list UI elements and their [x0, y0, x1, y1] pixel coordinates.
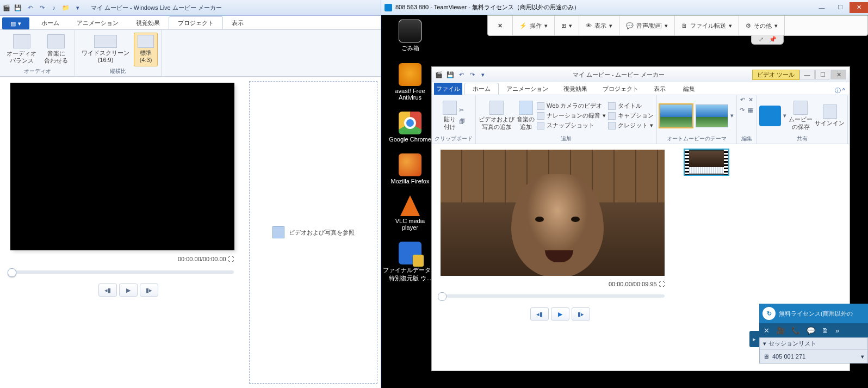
- save-icon[interactable]: 💾: [445, 69, 456, 80]
- toolbar-view[interactable]: 👁表示▾: [579, 16, 619, 35]
- tab-visual-effects[interactable]: 視覚効果: [556, 83, 595, 95]
- minimize-button[interactable]: —: [813, 2, 831, 13]
- preview-video[interactable]: [441, 150, 665, 276]
- minimize-button[interactable]: —: [799, 70, 815, 79]
- onedrive-button[interactable]: [759, 106, 781, 126]
- tab-project[interactable]: プロジェクト: [169, 16, 223, 29]
- add-music-button[interactable]: 音楽の 追加: [517, 101, 535, 130]
- desktop-icon-vlc[interactable]: VLC media player: [395, 195, 425, 231]
- panel-expand-button[interactable]: ▸: [749, 331, 759, 347]
- fit-to-music-button[interactable]: 音楽に 合わせる: [41, 33, 71, 67]
- desktop-icon-chrome[interactable]: Google Chrome: [389, 112, 431, 143]
- chat-icon[interactable]: 💬: [807, 327, 815, 335]
- storyboard-dropzone[interactable]: ビデオおよび写真を参照: [249, 81, 377, 384]
- save-icon[interactable]: 💾: [13, 2, 23, 13]
- music-icon[interactable]: ♪: [48, 2, 59, 13]
- next-frame-button[interactable]: ▮▸: [140, 284, 158, 297]
- toolbar-other[interactable]: ⚙その他▾: [739, 16, 785, 35]
- maximize-button[interactable]: ☐: [831, 2, 850, 13]
- titlebar[interactable]: 🎬 💾 ↶ ↷ ♪ 📁 ▾ マイ ムービー - Windows Live ムービ…: [0, 0, 381, 16]
- toolbar-windows[interactable]: ⊞▾: [555, 16, 579, 35]
- onedrive-icon: [759, 106, 781, 126]
- paste-button[interactable]: 貼り 付け: [443, 101, 457, 130]
- toolbar-audio-video[interactable]: 💬音声/動画▾: [619, 16, 675, 35]
- session-row[interactable]: 🖥405 001 271▾: [760, 350, 867, 363]
- session-list-header[interactable]: ▾セッションリスト: [760, 338, 867, 350]
- redo-icon[interactable]: ↷: [467, 69, 478, 80]
- teamviewer-titlebar[interactable]: 808 563 880 - TeamViewer - 無料ライセンス（商用以外の…: [381, 0, 868, 15]
- tab-animation[interactable]: アニメーション: [499, 83, 556, 95]
- theme-thumb[interactable]: [660, 104, 692, 127]
- inner-seek-slider[interactable]: [441, 294, 665, 298]
- select-all-icon[interactable]: ▦: [748, 107, 753, 114]
- redo-icon[interactable]: ↷: [36, 2, 47, 13]
- preview-video[interactable]: [11, 83, 234, 250]
- snapshot-button[interactable]: スナップショット: [537, 121, 606, 130]
- caption-button[interactable]: キャプション: [608, 112, 654, 120]
- undo-icon[interactable]: ↶: [456, 69, 467, 80]
- toolbar-collapse-tab[interactable]: ⤢📌: [751, 35, 784, 45]
- video-icon[interactable]: 🎥: [776, 327, 785, 335]
- play-button[interactable]: ▶: [119, 284, 138, 297]
- more-icon[interactable]: »: [835, 327, 839, 335]
- prev-frame-button[interactable]: ◂▮: [98, 284, 117, 297]
- cut-icon[interactable]: ✂: [459, 107, 465, 114]
- undo-icon[interactable]: ↶: [24, 2, 35, 13]
- save-movie-button[interactable]: ムービー の保存: [789, 101, 813, 130]
- play-button[interactable]: ▶: [551, 307, 569, 321]
- rotate-right-icon[interactable]: ↷: [740, 107, 745, 114]
- maximize-button[interactable]: ☐: [815, 70, 830, 79]
- add-media-button[interactable]: ビデオおよび 写真の追加: [479, 101, 514, 130]
- panel-header[interactable]: ↻ 無料ライセンス(商用以外の: [759, 304, 868, 323]
- standard-aspect-button[interactable]: 標準 (4:3): [134, 33, 158, 67]
- audio-balance-button[interactable]: オーディオ バランス: [3, 33, 40, 67]
- desktop-icon-trash[interactable]: ごみ箱: [399, 20, 421, 52]
- video-clip[interactable]: [684, 149, 729, 176]
- signin-button[interactable]: サインイン: [815, 104, 845, 127]
- qat-more-icon[interactable]: ▾: [478, 69, 488, 80]
- inner-titlebar[interactable]: 🎬 💾 ↶ ↷ ▾ マイ ムービー - ムービー メーカー ビデオ ツール — …: [432, 67, 850, 82]
- folder-icon[interactable]: 📁: [60, 2, 71, 13]
- help-icon[interactable]: ⓘ ^: [835, 87, 850, 95]
- toolbar-actions[interactable]: ⚡操作▾: [513, 16, 555, 35]
- webcam-button[interactable]: Web カメラのビデオ: [537, 102, 606, 110]
- copy-icon[interactable]: 🗐: [459, 118, 465, 125]
- desktop-icon-firefox[interactable]: Mozilla Firefox: [391, 153, 430, 184]
- theme-thumb[interactable]: [696, 104, 728, 127]
- panel-close-icon[interactable]: ✕: [764, 327, 770, 335]
- next-frame-button[interactable]: ▮▸: [572, 307, 590, 321]
- tab-view[interactable]: 表示: [646, 83, 673, 95]
- gallery-more-icon[interactable]: ▾: [730, 112, 734, 119]
- fullscreen-icon[interactable]: ⛶: [659, 281, 665, 287]
- tab-edit[interactable]: 編集: [675, 83, 703, 95]
- qat-more-icon[interactable]: ▾: [72, 2, 83, 13]
- theme-gallery[interactable]: [660, 104, 728, 127]
- monitor-icon: 🖥: [763, 353, 769, 360]
- widescreen-button[interactable]: ワイドスクリーン (16:9): [78, 33, 133, 67]
- toolbar-close-button[interactable]: ✕: [488, 16, 513, 35]
- desktop-icon-avast[interactable]: avast! Free Antivirus: [395, 63, 425, 101]
- tab-visual-effects[interactable]: 視覚効果: [127, 16, 169, 29]
- close-button[interactable]: ✕: [850, 2, 868, 13]
- desktop-icon-finaldata[interactable]: ファイナルデータ10 特別復元版 ウ...: [383, 242, 437, 282]
- tab-home[interactable]: ホーム: [33, 16, 68, 29]
- file-menu-button[interactable]: ▤▾: [2, 17, 29, 29]
- phone-icon[interactable]: 📞: [791, 327, 800, 335]
- tab-animation[interactable]: アニメーション: [68, 16, 127, 29]
- file-menu-button[interactable]: ファイル: [434, 83, 462, 95]
- title-button[interactable]: タイトル: [608, 102, 654, 110]
- tab-view[interactable]: 表示: [223, 16, 252, 29]
- rotate-left-icon[interactable]: ↶: [740, 96, 745, 103]
- prev-frame-button[interactable]: ◂▮: [530, 307, 549, 321]
- tab-home[interactable]: ホーム: [464, 83, 499, 95]
- fullscreen-icon[interactable]: ⛶: [228, 256, 234, 262]
- close-button[interactable]: ✕: [831, 70, 846, 79]
- tab-project[interactable]: プロジェクト: [595, 83, 646, 95]
- narration-button[interactable]: ナレーションの録音 ▾: [537, 112, 606, 120]
- share-more-icon[interactable]: ▾: [783, 112, 786, 119]
- toolbar-file-transfer[interactable]: 🗎ファイル転送▾: [675, 16, 739, 35]
- delete-icon[interactable]: ✕: [748, 96, 753, 103]
- seek-slider[interactable]: [11, 270, 234, 274]
- files-icon[interactable]: 🗎: [822, 327, 829, 335]
- credits-button[interactable]: クレジット ▾: [608, 121, 654, 130]
